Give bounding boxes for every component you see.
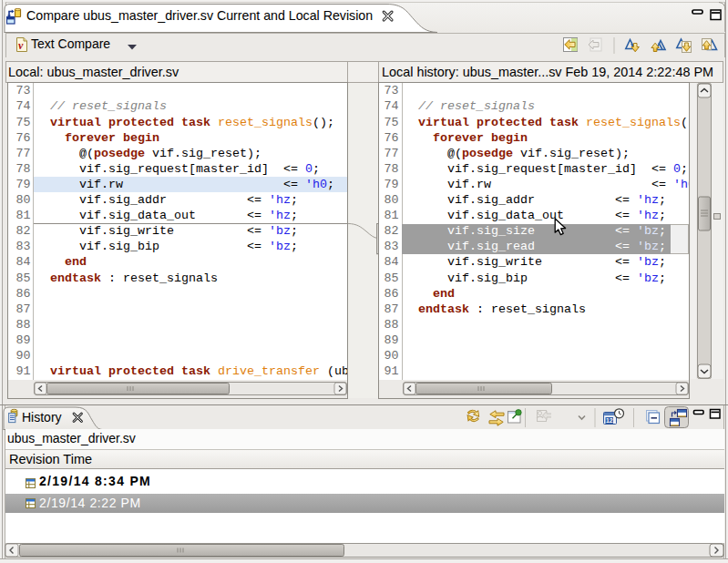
- svg-text:v: v: [18, 39, 24, 52]
- svg-text:12: 12: [606, 417, 613, 424]
